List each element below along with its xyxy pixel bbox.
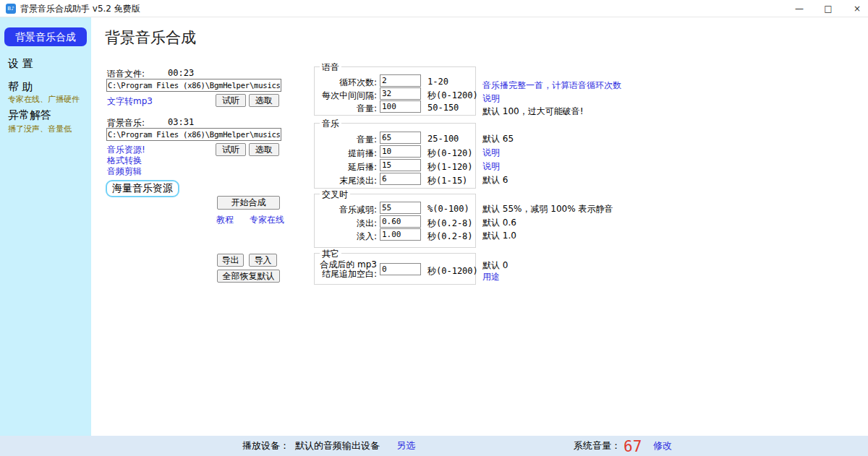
fade-in-label: 淡入: [315,231,377,243]
group-music-legend: 音乐 [320,118,341,130]
voice-volume-input[interactable] [380,100,421,113]
voice-preview-button[interactable]: 试听 [216,94,246,107]
interval-help-link[interactable]: 说明 [482,93,500,105]
bgm-path-input[interactable] [106,128,281,141]
sidebar-faq-subtitle: 播了没声、音量低 [8,124,72,134]
fade-in-hint: 默认 1.0 [482,230,516,242]
music-duck-input[interactable] [380,202,421,214]
music-volume-range: 25-100 [427,134,459,144]
trailing-silence-range: 秒(0-1200) [427,265,478,278]
post-play-range: 秒(1-120) [427,161,473,173]
end-fade-hint: 默认 6 [482,174,508,186]
end-fade-input[interactable] [380,173,421,185]
pre-play-input[interactable] [380,145,421,158]
interval-range: 秒(0-1200) [427,90,478,102]
voice-volume-hint: 默认 100，过大可能破音! [482,106,584,118]
loop-count-calc-link[interactable]: 音乐播完整一首，计算语音循环次数 [482,79,621,92]
tutorial-link[interactable]: 教程 [216,214,234,226]
post-play-help-link[interactable]: 说明 [482,160,500,173]
import-button[interactable]: 导入 [249,254,277,267]
music-volume-input[interactable] [380,132,421,144]
page-title: 背景音乐合成 [105,27,196,48]
voice-volume-range: 50-150 [427,103,459,113]
voice-volume-label: 音量: [315,103,377,115]
audio-edit-link[interactable]: 音频剪辑 [107,165,142,178]
trailing-silence-input[interactable] [380,263,421,275]
music-volume-hint: 默认 65 [482,133,514,145]
fade-out-label: 淡出: [315,218,377,230]
usage-link[interactable]: 用途 [482,271,500,283]
text-to-mp3-link[interactable]: 文字转mp3 [107,95,153,108]
group-voice: 语音 循环次数: 1-20 每次中间间隔: 秒(0-1200) 音量: 50-1… [314,66,476,116]
mass-music-resource-button[interactable]: 海量音乐资源 [106,180,179,197]
end-fade-range: 秒(1-15) [427,175,467,187]
system-volume-value: 67 [624,436,642,456]
voice-path-input[interactable] [106,79,281,92]
fade-in-input[interactable] [380,228,421,241]
bgm-select-button[interactable]: 选取 [249,143,279,156]
group-crossfade-legend: 交叉时 [320,189,350,201]
minimize-button[interactable]: — [785,0,814,17]
change-device-link[interactable]: 另选 [396,436,415,456]
playback-device-value: 默认的音频输出设备 [295,436,380,456]
app-icon: B♪ [6,4,16,14]
group-music: 音乐 音量: 25-100 提前播: 秒(0-120) 延后播: 秒(1-120… [314,123,476,189]
pre-play-help-link[interactable]: 说明 [482,147,500,159]
start-synthesis-button[interactable]: 开始合成 [217,196,280,210]
interval-input[interactable] [380,87,421,100]
trailing-silence-hint: 默认 0 [482,259,508,272]
window-title: 背景音乐合成助手 v5.2 免费版 [20,0,140,17]
music-duck-label: 音乐减弱: [315,204,377,216]
fade-in-range: 秒(0.2-8) [427,231,473,243]
trailing-silence-label-line2: 结尾追加空白: [315,268,377,280]
fade-out-hint: 默认 0.6 [482,217,516,229]
expert-online-link[interactable]: 专家在线 [250,214,284,226]
bgm-preview-button[interactable]: 试听 [216,143,246,156]
group-other: 其它 合成后的 mp3 结尾追加空白: 秒(0-1200) [314,253,476,285]
close-button[interactable]: × [843,0,868,17]
status-bar: 播放设备： 默认的音频输出设备 另选 系统音量： 67 修改 [0,436,868,456]
loop-count-input[interactable] [380,74,421,87]
music-duck-range: %(0-100) [427,204,469,214]
pre-play-range: 秒(0-120) [427,147,473,160]
group-voice-legend: 语音 [320,61,341,74]
maximize-button[interactable]: □ [814,0,843,17]
sidebar-help-subtitle: 专家在线、广播硬件 [8,94,80,105]
music-volume-label: 音量: [315,134,377,146]
post-play-input[interactable] [380,159,421,171]
fade-out-input[interactable] [380,215,421,228]
bgm-duration: 03:31 [168,117,194,127]
playback-device-label: 播放设备： [242,436,289,456]
group-crossfade: 交叉时 音乐减弱: %(0-100) 淡出: 秒(0.2-8) 淡入: 秒(0.… [314,194,476,248]
voice-select-button[interactable]: 选取 [249,94,279,107]
reset-defaults-button[interactable]: 全部恢复默认 [217,270,280,283]
sidebar-item-help[interactable]: 帮 助 [8,80,33,94]
end-fade-label: 末尾淡出: [315,175,377,187]
modify-volume-link[interactable]: 修改 [653,436,672,456]
sidebar: 背景音乐合成 设 置 帮 助 专家在线、广播硬件 异常解答 播了没声、音量低 [0,17,91,436]
sidebar-item-faq[interactable]: 异常解答 [8,108,51,122]
post-play-label: 延后播: [315,161,377,173]
voice-file-duration: 00:23 [168,68,194,78]
loop-count-label: 循环次数: [315,77,377,89]
sidebar-item-bgm-synthesis[interactable]: 背景音乐合成 [4,27,87,46]
title-bar: B♪ 背景音乐合成助手 v5.2 免费版 — □ × [0,0,868,17]
system-volume-label: 系统音量： [574,436,621,456]
pre-play-label: 提前播: [315,147,377,160]
export-button[interactable]: 导出 [217,254,244,267]
loop-count-range: 1-20 [427,77,448,87]
music-duck-hint: 默认 55%，减弱 100% 表示静音 [482,203,613,215]
sidebar-item-settings[interactable]: 设 置 [8,57,33,71]
fade-out-range: 秒(0.2-8) [427,218,473,230]
interval-label: 每次中间间隔: [315,90,377,102]
